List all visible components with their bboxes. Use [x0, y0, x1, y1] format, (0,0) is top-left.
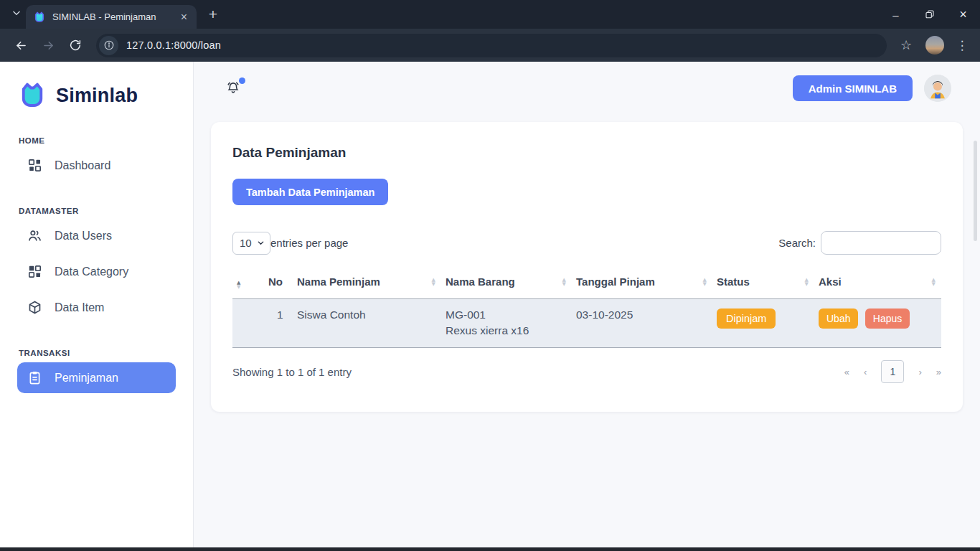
window-close-button[interactable]: × [946, 0, 980, 29]
ubah-button[interactable]: Ubah [819, 309, 858, 329]
tab-close-icon[interactable]: × [179, 11, 189, 23]
site-favicon-cat-icon [33, 11, 46, 24]
reload-icon[interactable] [63, 33, 88, 57]
sort-icon: ▲▼ [432, 278, 435, 286]
sort-column-header[interactable]: ▲▼ [232, 268, 264, 299]
sort-icon: ▲▼ [932, 278, 936, 286]
sidebar-item-data-category[interactable]: Data Category [17, 256, 176, 287]
sidebar-item-label: Data Category [55, 265, 128, 278]
column-header-no[interactable]: No [264, 268, 293, 299]
browser-tab[interactable]: SIMINLAB - Peminjaman × [26, 5, 197, 29]
browser-toolbar: 127.0.0.1:8000/loan ☆ ⋮ [0, 29, 980, 62]
tab-search-chevron-icon[interactable] [11, 8, 22, 21]
window-bottom-edge [0, 547, 980, 551]
column-header-status[interactable]: Status ▲▼ [712, 268, 814, 299]
brand: Siminlab [17, 62, 176, 110]
sidebar: Siminlab HOME Dashboard DATAMASTER [0, 62, 194, 547]
tab-title: SIMINLAB - Peminjaman [52, 11, 172, 22]
sidebar-item-data-users[interactable]: Data Users [17, 220, 176, 251]
notifications-bell-icon[interactable] [225, 80, 241, 96]
cube-icon [27, 300, 42, 315]
sidebar-item-dashboard[interactable]: Dashboard [17, 150, 176, 181]
admin-profile-button[interactable]: Admin SIMINLAB [793, 75, 913, 101]
sidebar-item-label: Peminjaman [55, 372, 118, 385]
sidebar-item-label: Data Users [55, 230, 112, 242]
page-scrollbar[interactable] [974, 141, 977, 241]
page-title: Data Peminjaman [232, 145, 941, 161]
window-minimize-button[interactable]: – [879, 0, 913, 29]
category-grid-icon [27, 264, 42, 279]
search-label: Search: [778, 237, 816, 249]
entries-suffix-label: entries per page [270, 237, 348, 249]
item-name: Rexus xierra x16 [446, 324, 566, 337]
cell-nama-peminjam: Siswa Contoh [293, 299, 441, 348]
pagination-first[interactable]: « [844, 367, 849, 377]
status-badge: Dipinjam [717, 309, 776, 329]
sidebar-item-data-item[interactable]: Data Item [17, 292, 176, 323]
site-info-icon[interactable] [99, 36, 118, 55]
browser-tab-strip: SIMINLAB - Peminjaman × + – × [0, 0, 980, 29]
cell-no: 1 [264, 299, 293, 348]
cell-nama-barang: MG-001 Rexus xierra x16 [441, 299, 572, 348]
window-restore-button[interactable] [913, 0, 946, 29]
pagination-prev[interactable]: ‹ [864, 367, 867, 377]
column-header-tanggal-pinjam[interactable]: Tanggal Pinjam ▲▼ [572, 268, 712, 299]
pagination-page-1[interactable]: 1 [881, 360, 904, 383]
cell-aksi: Ubah Hapus [814, 299, 941, 348]
pagination: « ‹ 1 › » [844, 360, 941, 383]
sidebar-item-label: Data Item [55, 301, 104, 314]
sort-icon: ▲▼ [562, 278, 566, 286]
brand-logo-cat-icon [17, 80, 47, 110]
browser-menu-icon[interactable]: ⋮ [953, 38, 971, 53]
table-row: 1 Siswa Contoh MG-001 Rexus xierra x16 0… [232, 299, 941, 348]
users-icon [27, 228, 42, 243]
sort-icon: ▲▼ [703, 278, 707, 286]
pagination-last[interactable]: » [936, 367, 941, 377]
cell-tanggal-pinjam: 03-10-2025 [572, 299, 712, 348]
app-header: Admin SIMINLAB [194, 62, 980, 115]
new-tab-button[interactable]: + [204, 5, 222, 24]
sidebar-section-transaksi: TRANSAKSI [19, 349, 174, 357]
sort-icon: ▲▼ [805, 278, 809, 286]
hapus-button[interactable]: Hapus [865, 309, 910, 329]
back-icon[interactable] [9, 33, 33, 57]
data-peminjaman-card: Data Peminjaman Tambah Data Peminjaman 1… [211, 122, 963, 412]
column-header-nama-peminjam[interactable]: Nama Peminjam ▲▼ [293, 268, 441, 299]
cell-status: Dipinjam [712, 299, 814, 348]
user-avatar[interactable] [924, 75, 951, 102]
pagination-next[interactable]: › [918, 367, 921, 377]
sidebar-section-home: HOME [19, 136, 174, 145]
loans-table: ▲▼ No Nama Peminjam ▲▼ Nama Barang ▲▼ [232, 268, 941, 348]
notification-dot [239, 77, 245, 84]
entries-selected-value: 10 [240, 237, 252, 249]
sidebar-item-peminjaman[interactable]: Peminjaman [17, 362, 176, 393]
item-code: MG-001 [446, 309, 566, 321]
bookmark-star-icon[interactable]: ☆ [895, 37, 917, 53]
dashboard-grid-icon [27, 158, 42, 173]
address-bar[interactable]: 127.0.0.1:8000/loan [96, 34, 887, 57]
brand-name: Siminlab [56, 85, 138, 107]
forward-icon[interactable] [36, 33, 60, 57]
url-text[interactable]: 127.0.0.1:8000/loan [126, 39, 221, 51]
column-header-aksi[interactable]: Aksi ▲▼ [814, 268, 941, 299]
browser-profile-avatar[interactable] [925, 36, 944, 55]
sidebar-section-datamaster: DATAMASTER [19, 207, 174, 215]
column-header-nama-barang[interactable]: Nama Barang ▲▼ [441, 268, 572, 299]
clipboard-icon [27, 370, 42, 385]
entries-per-page-select[interactable]: 10 [232, 232, 270, 255]
chevron-down-icon [257, 239, 265, 247]
tambah-data-button[interactable]: Tambah Data Peminjaman [232, 179, 388, 205]
showing-entries-text: Showing 1 to 1 of 1 entry [232, 366, 352, 378]
search-input[interactable] [821, 231, 941, 255]
sidebar-item-label: Dashboard [55, 159, 110, 172]
